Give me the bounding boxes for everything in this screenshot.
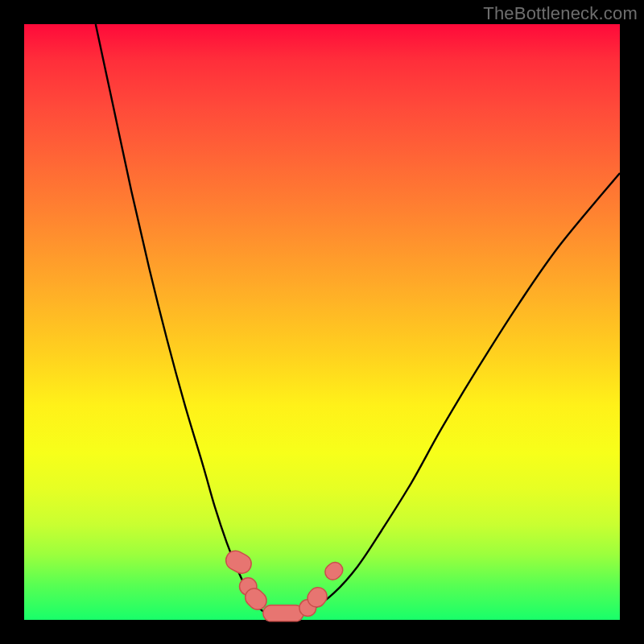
valley-marker-6	[322, 559, 346, 583]
chart-svg	[24, 24, 620, 620]
marker-layer	[222, 547, 345, 621]
watermark-text: TheBottleneck.com	[483, 3, 638, 24]
outer-frame: TheBottleneck.com	[0, 0, 644, 644]
curve-layer	[96, 24, 620, 617]
valley-marker-0	[222, 547, 254, 576]
bottleneck-curve	[96, 24, 620, 617]
valley-marker-3	[263, 605, 303, 621]
